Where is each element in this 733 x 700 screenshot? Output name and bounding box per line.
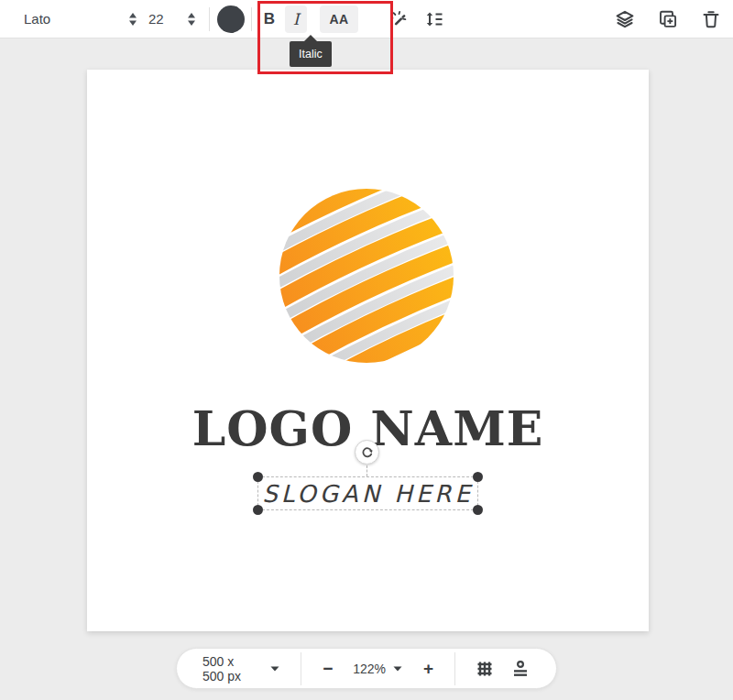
canvas-size-dropdown[interactable]: 500 x 500 px <box>202 654 279 684</box>
tooltip-label: Italic <box>299 48 323 60</box>
selection-connector <box>366 465 367 476</box>
text-toolbar: Lato 22 B I AA <box>0 0 733 38</box>
resize-handle-bottom-left[interactable] <box>253 505 263 515</box>
text-color-swatch[interactable] <box>217 5 245 33</box>
grid-toggle-button[interactable] <box>475 659 495 679</box>
duplicate-icon <box>657 8 679 30</box>
position-anchor-icon <box>510 659 531 679</box>
chevron-down-icon <box>393 666 402 672</box>
zoom-level-dropdown[interactable]: 122% <box>353 662 402 676</box>
italic-tooltip: Italic <box>290 41 332 67</box>
zoom-level-value: 122% <box>353 662 386 676</box>
grid-icon <box>475 659 495 679</box>
chevron-down-icon <box>270 666 279 672</box>
stepper-icon[interactable] <box>128 12 137 27</box>
rotate-handle[interactable] <box>355 440 379 465</box>
font-family-select[interactable]: Lato <box>24 11 137 27</box>
divider <box>209 7 210 31</box>
resize-handle-top-left[interactable] <box>253 472 263 482</box>
logo-editor-app: Lato 22 B I AA <box>0 0 733 700</box>
line-spacing-icon <box>424 9 444 29</box>
layers-button[interactable] <box>613 5 637 33</box>
resize-handle-bottom-right[interactable] <box>473 505 483 515</box>
slogan-selection-box[interactable]: SLOGAN HERE <box>257 476 478 510</box>
divider <box>454 652 455 685</box>
italic-button[interactable]: I <box>285 5 307 33</box>
trash-icon <box>700 8 722 30</box>
font-family-value: Lato <box>24 11 50 27</box>
font-size-value: 22 <box>148 11 164 27</box>
canvas-size-value: 500 x 500 px <box>202 654 258 684</box>
canvas-controls-bar: 500 x 500 px − 122% + <box>176 648 557 689</box>
bold-button[interactable]: B <box>257 5 281 33</box>
magic-wand-button[interactable] <box>388 5 411 33</box>
line-spacing-button[interactable] <box>422 5 446 33</box>
artboard[interactable]: LOGO NAME SLOGAN HERE <box>87 70 649 631</box>
layers-icon <box>614 8 636 30</box>
stepper-icon[interactable] <box>187 12 196 27</box>
uppercase-button[interactable]: AA <box>320 5 358 33</box>
font-size-select[interactable]: 22 <box>148 11 196 27</box>
zoom-in-button[interactable]: + <box>423 660 433 677</box>
position-toggle-button[interactable] <box>510 659 531 679</box>
delete-button[interactable] <box>699 5 723 33</box>
rotate-icon <box>361 446 374 459</box>
magic-wand-icon <box>389 9 410 29</box>
resize-handle-top-right[interactable] <box>473 472 483 482</box>
slogan-text[interactable]: SLOGAN HERE <box>262 480 474 508</box>
object-actions <box>613 5 723 33</box>
divider <box>301 652 301 685</box>
zoom-out-button[interactable]: − <box>323 660 333 677</box>
divider <box>251 7 252 31</box>
logo-sphere-graphic[interactable] <box>277 186 456 366</box>
duplicate-button[interactable] <box>656 5 680 33</box>
